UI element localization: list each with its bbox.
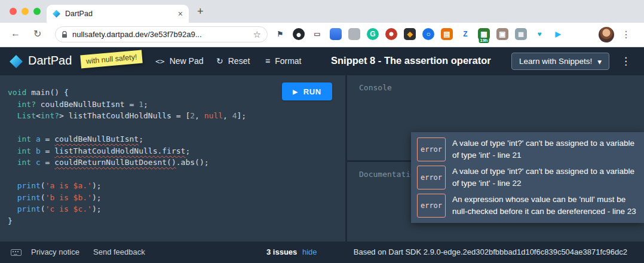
hide-issues-link[interactable]: hide — [302, 247, 317, 256]
error-message: A value of type 'int?' can't be assigned… — [452, 137, 638, 161]
learn-label: Learn with Snippets! — [519, 57, 592, 66]
grammarly-extension-icon: G — [367, 28, 379, 40]
browser-menu-icon[interactable]: ⋮ — [621, 29, 631, 40]
code-line — [8, 122, 246, 134]
error-row: errorA value of type 'int?' can't be ass… — [417, 166, 638, 189]
timer-extension-icon[interactable]: ▦19h — [477, 27, 490, 41]
zotero-extension-icon: Z — [459, 28, 471, 40]
new-tab-button[interactable]: + — [197, 5, 204, 18]
run-button[interactable]: ▶ RUN — [282, 82, 332, 100]
back-icon[interactable]: ← — [11, 28, 20, 39]
grammarly-extension-icon[interactable]: G — [366, 27, 379, 41]
profile-avatar[interactable] — [599, 27, 614, 42]
window-controls — [10, 8, 41, 15]
code-line: int? couldBeNullButIsnt = 1; — [8, 99, 246, 111]
flag-extension-icon: ⚑ — [274, 28, 286, 40]
hearts-extension-icon: ♥ — [533, 28, 545, 40]
code-brackets-icon: <> — [155, 57, 165, 66]
tab-title: DartPad — [65, 10, 178, 18]
tool-extension-icon[interactable]: ◼ — [514, 27, 528, 41]
error-badge: error — [417, 137, 446, 161]
format-label: Format — [275, 56, 301, 66]
dartpad-logo-icon — [10, 55, 23, 68]
new-pad-label: New Pad — [170, 56, 204, 66]
extension-badge: 19h — [479, 38, 489, 43]
send-feedback-link[interactable]: Send feedback — [93, 247, 145, 256]
lock-icon — [62, 31, 68, 38]
shield-extension-icon[interactable] — [329, 27, 342, 41]
code-line: } — [8, 215, 246, 227]
footer: Privacy notice Send feedback 3 issues hi… — [0, 241, 644, 263]
wave-extension-icon: ▶ — [552, 28, 564, 40]
learn-with-snippets-button[interactable]: Learn with Snippets! ▾ — [511, 53, 609, 70]
blue-ring-extension-icon[interactable]: ○ — [422, 27, 435, 41]
laptop-extension-icon: ▭ — [311, 28, 323, 40]
code-area[interactable]: void main() { int? couldBeNullButIsnt = … — [8, 87, 246, 227]
error-message: An expression whose value can be 'null' … — [452, 194, 638, 218]
flag-extension-icon[interactable]: ⚑ — [274, 27, 287, 41]
error-badge: error — [417, 166, 446, 189]
format-button[interactable]: ≡ Format — [265, 56, 302, 66]
puzzle-extension-icon[interactable] — [348, 27, 361, 41]
zotero-extension-icon[interactable]: Z — [459, 27, 472, 41]
screen: DartPad × + ← ↻ nullsafety.dartpad.dev/3… — [0, 0, 644, 263]
error-row: errorAn expression whose value can be 'n… — [417, 194, 638, 218]
refresh-icon[interactable]: ↻ — [33, 28, 41, 39]
overflow-menu-icon[interactable]: ⋮ — [621, 55, 631, 68]
github-extension-icon — [293, 28, 305, 40]
code-line: print('a is $a.'); — [8, 180, 246, 192]
browser-tab[interactable]: DartPad × — [47, 5, 189, 23]
code-line: int b = listThatCouldHoldNulls.first; — [8, 145, 246, 157]
camera-extension-icon — [385, 28, 397, 40]
screenshot-extension-icon[interactable]: ◆ — [403, 27, 416, 41]
reset-button[interactable]: ↻ Reset — [216, 56, 250, 66]
box-extension-icon: ▣ — [496, 28, 508, 40]
run-label: RUN — [303, 87, 321, 96]
error-row: errorA value of type 'int?' can't be ass… — [417, 137, 638, 161]
extensions-row: ⚑▭G◆○▤Z▦19h▣◼♥▶ — [274, 27, 565, 41]
code-editor-panel[interactable]: void main() { int? couldBeNullButIsnt = … — [0, 75, 345, 241]
puzzle-extension-icon — [348, 28, 360, 40]
box-extension-icon[interactable]: ▣ — [496, 27, 509, 41]
browser-tab-strip: DartPad × + — [0, 0, 644, 23]
code-line: int a = couldBeNullButIsnt; — [8, 133, 246, 145]
play-icon: ▶ — [293, 88, 298, 95]
snippet-title: Snippet 8 - The assertion operator — [331, 55, 491, 66]
dartpad-favicon-icon — [53, 10, 60, 18]
code-line: print('b is $b.'); — [8, 192, 246, 204]
reset-icon: ↻ — [216, 56, 223, 66]
minimize-window-button[interactable] — [22, 8, 29, 15]
notebook-extension-icon[interactable]: ▤ — [440, 27, 453, 41]
console-label: Console — [359, 83, 392, 92]
code-line: int c = couldReturnNullButDoesnt().abs()… — [8, 157, 246, 169]
shield-extension-icon — [330, 28, 342, 40]
hearts-extension-icon[interactable]: ♥ — [533, 27, 546, 41]
laptop-extension-icon[interactable]: ▭ — [311, 27, 324, 41]
code-line — [8, 169, 246, 181]
browser-toolbar: ← ↻ nullsafety.dartpad.dev/3e53f7b92a9..… — [0, 23, 644, 47]
dartpad-wordmark: DartPad — [28, 54, 72, 68]
null-safety-note: with null safety! — [80, 50, 143, 69]
close-window-button[interactable] — [10, 8, 17, 15]
address-bar[interactable]: nullsafety.dartpad.dev/3e53f7b92a9... ☆ — [55, 26, 268, 42]
github-extension-icon[interactable] — [292, 27, 305, 41]
keyboard-icon[interactable] — [11, 249, 22, 256]
bookmark-star-icon[interactable]: ☆ — [253, 29, 261, 40]
chevron-down-icon: ▾ — [597, 57, 602, 66]
url-text[interactable]: nullsafety.dartpad.dev/3e53f7b92a9... — [72, 30, 249, 39]
new-pad-button[interactable]: <> New Pad — [155, 56, 203, 66]
tab-close-icon[interactable]: × — [178, 10, 183, 18]
code-line: List<int?> listThatCouldHoldNulls = [2, … — [8, 110, 246, 122]
code-line: print('c is $c.'); — [8, 203, 246, 215]
privacy-notice-link[interactable]: Privacy notice — [31, 247, 79, 256]
sdk-version-text: Based on Dart SDK 2.9.0-edge.2ed302bfbbb… — [354, 247, 627, 256]
fullscreen-window-button[interactable] — [33, 8, 41, 15]
issues-count[interactable]: 3 issues — [266, 247, 297, 256]
code-line: void main() { — [8, 87, 246, 99]
tool-extension-icon: ◼ — [515, 28, 527, 40]
wave-extension-icon[interactable]: ▶ — [551, 27, 565, 41]
camera-extension-icon[interactable] — [385, 27, 398, 41]
reset-label: Reset — [228, 56, 250, 66]
format-lines-icon: ≡ — [265, 56, 270, 66]
notebook-extension-icon: ▤ — [441, 28, 453, 40]
